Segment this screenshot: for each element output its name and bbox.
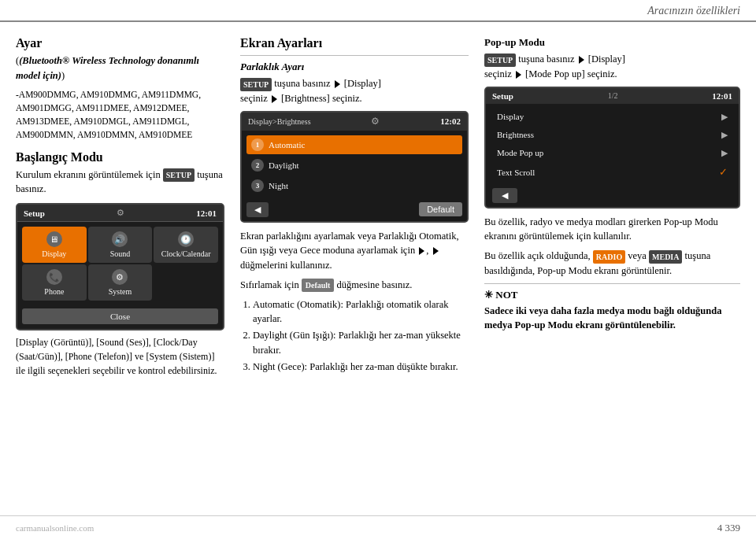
- popup-item-brightness[interactable]: Brightness ▶: [492, 127, 732, 143]
- popup-arrow-brightness: ▶: [721, 130, 728, 140]
- bright-desc: Ekran parlaklığını ayarlamak veya Parlak…: [240, 229, 469, 273]
- setup-item-phone[interactable]: 📞 Phone: [22, 264, 87, 301]
- setup-badge-mid: SETUP: [240, 78, 272, 91]
- popup-screen-time: 12:01: [712, 91, 732, 101]
- brightness-list: Automatic (Otomatik): Parlaklığı otomati…: [240, 297, 469, 375]
- brightness-back-button[interactable]: ◀: [246, 202, 269, 217]
- popup-back-row: ◀: [486, 186, 739, 207]
- brightness-subtitle: Display>Brightness: [248, 117, 311, 126]
- arrow-icon-1: [335, 80, 340, 88]
- page-header: Aracınızın özellikleri: [0, 0, 756, 22]
- option-automatic[interactable]: 1 Automatic: [246, 135, 462, 154]
- brightness-screen: Display>Brightness ⚙ 12:02 1 Automatic 2…: [240, 111, 469, 223]
- list-item-1: Automatic (Otomatik): Parlaklığı otomati…: [253, 297, 469, 327]
- arrow-icon-3: [419, 247, 424, 255]
- radio-badge: RADIO: [593, 250, 625, 264]
- brightness-header: Display>Brightness ⚙ 12:02: [242, 113, 467, 131]
- parlak-instruction: SETUP tuşuna basınız [Display] seçiniz […: [240, 76, 469, 106]
- popup-screen: Setup 1/2 12:01 Display ▶ Brightness ▶ M…: [484, 87, 740, 209]
- setup-menu-grid: 🖥 Display 🔊 Sound 🕐 Clock/Calendar 📞 Pho…: [17, 222, 223, 305]
- setup-badge-left: SETUP: [163, 168, 195, 182]
- setup-badge-right: SETUP: [484, 54, 516, 67]
- display-icon: 🖥: [46, 231, 62, 247]
- setup-title: Setup: [24, 209, 45, 218]
- reset-desc: Sıfırlamak için Default düğmesine basını…: [240, 278, 469, 293]
- popup-instruction: SETUP tuşuna basınız [Display] seçiniz […: [484, 52, 740, 82]
- setup-item-sound[interactable]: 🔊 Sound: [88, 227, 153, 263]
- check-icon-textscroll: ✓: [719, 166, 728, 179]
- default-badge: Default: [302, 279, 335, 292]
- option-num-1: 1: [251, 138, 264, 151]
- option-night[interactable]: 3 Night: [246, 176, 462, 195]
- brightness-time: 12:02: [440, 116, 461, 126]
- popup-back-button[interactable]: ◀: [492, 188, 517, 203]
- section-ayar-title: Ayar: [16, 36, 224, 50]
- brightness-default-button[interactable]: Default: [419, 202, 462, 216]
- section-ayar-subtitle: ((Bluetooth® Wireless Technology donanım…: [16, 54, 224, 83]
- brightness-bottom: ◀ Default: [242, 200, 467, 221]
- setup-icon: ⚙: [117, 208, 124, 218]
- popup-desc2: Bu özellik açık olduğunda, RADIO veya ME…: [484, 249, 740, 279]
- popup-desc1: Bu özellik, radyo ve medya modları girer…: [484, 215, 740, 245]
- brightness-header-icon: ⚙: [371, 116, 380, 127]
- header-title: Aracınızın özellikleri: [647, 5, 740, 17]
- popup-item-textScroll[interactable]: Text Scroll ✓: [492, 163, 732, 182]
- setup-item-clock[interactable]: 🕐 Clock/Calendar: [154, 227, 218, 263]
- clock-icon: 🕐: [178, 231, 194, 247]
- list-item-2: Daylight (Gün Işığı): Parlaklığı her za-…: [253, 328, 469, 358]
- setup-screen-header: Setup ⚙ 12:01: [17, 205, 223, 222]
- popup-arrow-mode: ▶: [721, 148, 728, 158]
- subsection-parlak-title: Parlaklık Ayarı: [240, 61, 469, 73]
- section-popup-title: Pop-up Modu: [484, 36, 740, 49]
- popup-header: Setup 1/2 12:01: [486, 88, 739, 104]
- media-badge: MEDIA: [649, 250, 682, 264]
- system-icon: ⚙: [112, 269, 128, 285]
- arrow-icon-5: [579, 56, 584, 64]
- sound-icon: 🔊: [112, 231, 128, 247]
- section-ayar-models: -AM900DMMG, AM910DMMG, AM911DMMG, AM901D…: [16, 88, 224, 142]
- brightness-options: 1 Automatic 2 Daylight 3 Night: [242, 131, 467, 200]
- section-baslangic-title: Başlangıç Modu: [16, 150, 224, 164]
- footer-page: 4 339: [717, 522, 740, 534]
- note-section: ✳ NOT Sadece iki veya daha fazla medya m…: [484, 289, 740, 334]
- page-footer: carmanualsonline.com 4 339: [0, 515, 756, 539]
- footer-watermark: carmanualsonline.com: [16, 523, 94, 533]
- option-num-2: 2: [251, 159, 264, 172]
- section-baslangic-text: Kurulum ekranını görüntülemek için SETUP…: [16, 168, 224, 198]
- middle-column: Ekran Ayarları Parlaklık Ayarı SETUP tuş…: [240, 36, 469, 497]
- option-num-3: 3: [251, 179, 264, 192]
- setup-time: 12:01: [196, 209, 217, 218]
- note-title: ✳ NOT: [484, 289, 740, 301]
- setup-screen-left: Setup ⚙ 12:01 🖥 Display 🔊 Sound 🕐 Clock/…: [16, 203, 224, 330]
- section-baslangic-desc: [Display (Görüntü)], [Sound (Ses)], [Clo…: [16, 335, 224, 378]
- popup-item-modePopup[interactable]: Mode Pop up ▶: [492, 145, 732, 161]
- main-content: Ayar ((Bluetooth® Wireless Technology do…: [0, 22, 756, 504]
- arrow-icon-4: [433, 247, 439, 255]
- popup-screen-title: Setup: [492, 91, 513, 101]
- left-column: Ayar ((Bluetooth® Wireless Technology do…: [16, 36, 224, 497]
- arrow-icon-2: [272, 95, 277, 103]
- note-text: Sadece iki veya daha fazla medya modu ba…: [484, 304, 740, 334]
- close-button[interactable]: Close: [22, 308, 218, 324]
- popup-menu-items: Display ▶ Brightness ▶ Mode Pop up ▶ Tex…: [486, 104, 739, 186]
- section-ekran-title: Ekran Ayarları: [240, 36, 469, 50]
- popup-item-display[interactable]: Display ▶: [492, 109, 732, 125]
- setup-item-system[interactable]: ⚙ System: [88, 264, 153, 301]
- popup-screen-page: 1/2: [608, 91, 618, 100]
- setup-close-row: Close: [17, 305, 223, 329]
- arrow-icon-6: [516, 71, 521, 79]
- setup-item-display[interactable]: 🖥 Display: [22, 227, 87, 263]
- popup-arrow-display: ▶: [721, 112, 728, 122]
- phone-icon: 📞: [46, 269, 62, 285]
- right-column: Pop-up Modu SETUP tuşuna basınız [Displa…: [484, 36, 740, 497]
- option-daylight[interactable]: 2 Daylight: [246, 156, 462, 175]
- list-item-3: Night (Gece): Parlaklığı her za-man düşü…: [253, 360, 469, 375]
